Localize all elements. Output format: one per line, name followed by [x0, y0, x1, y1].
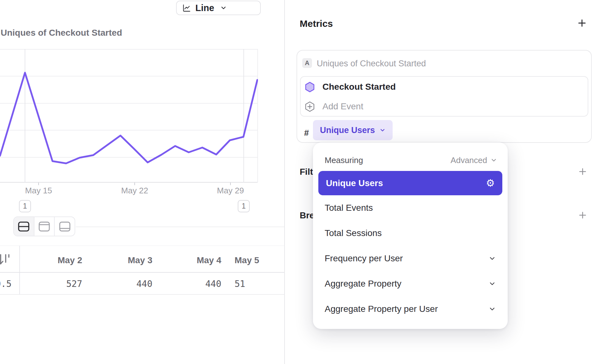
annotation-badge[interactable]: 1 — [238, 200, 250, 212]
analytics-app: Line Uniques of Checkout Started May 15 … — [0, 0, 600, 364]
table-cell: 51 — [235, 279, 291, 289]
selected-item-label: Unique Users — [326, 178, 486, 188]
chevron-down-icon — [488, 305, 496, 313]
menu-item-aggregate-property[interactable]: Aggregate Property — [318, 271, 502, 296]
measure-hash-symbol: # — [304, 128, 309, 138]
table-top-icon — [39, 221, 50, 232]
annotation-badge[interactable]: 1 — [19, 200, 31, 212]
sort-descending-icon[interactable] — [0, 253, 11, 266]
x-tick-label: May 22 — [116, 186, 154, 196]
plus-icon — [578, 167, 587, 176]
chevron-down-icon — [488, 280, 496, 288]
table-cell: 440 — [95, 279, 152, 289]
add-filter-button[interactable] — [577, 166, 588, 177]
menu-item-unique-users-selected[interactable]: Unique Users ⚙ — [318, 171, 502, 195]
layout-table-top-button[interactable] — [34, 217, 54, 236]
gear-icon[interactable]: ⚙ — [486, 178, 495, 188]
layout-table-bottom-button[interactable] — [54, 217, 75, 236]
add-event-hexagon-plus-icon — [305, 101, 315, 112]
measurement-dropdown-chip[interactable]: Unique Users — [313, 120, 393, 140]
chevron-down-icon — [488, 255, 496, 262]
add-metric-button[interactable] — [577, 18, 587, 28]
event-row[interactable]: Checkout Started — [305, 77, 396, 97]
chevron-down-icon — [220, 4, 227, 11]
plus-icon — [577, 18, 587, 28]
popover-header: Measuring Advanced — [318, 154, 502, 167]
menu-item-aggregate-property-per-user[interactable]: Aggregate Property per User — [318, 296, 502, 322]
x-tick-label: May 15 — [20, 186, 58, 196]
event-name: Checkout Started — [322, 82, 396, 92]
table-cell: 440 — [164, 279, 221, 289]
chevron-down-icon[interactable] — [490, 157, 497, 164]
metrics-heading: Metrics — [300, 18, 333, 29]
x-tick — [38, 183, 39, 185]
event-card: Checkout Started Add Event — [300, 76, 588, 117]
table-header-cell[interactable]: May 4 — [164, 255, 221, 265]
divider — [76, 227, 285, 227]
advanced-mode-label[interactable]: Advanced — [450, 155, 487, 165]
menu-item-total-sessions[interactable]: Total Sessions — [318, 221, 502, 246]
menu-item-total-events[interactable]: Total Events — [318, 195, 502, 221]
plus-icon — [578, 211, 587, 220]
event-hexagon-icon — [305, 82, 315, 93]
metric-name: Uniques of Checkout Started — [317, 59, 426, 69]
add-event-label: Add Event — [322, 101, 363, 112]
line-chart-icon — [182, 4, 191, 12]
metric-card[interactable]: A Uniques of Checkout Started Checkout S… — [297, 50, 592, 143]
line-series — [0, 49, 258, 183]
split-view-icon — [18, 221, 29, 232]
x-tick — [134, 183, 135, 185]
table-bottom-icon — [59, 221, 70, 232]
x-tick — [230, 183, 231, 185]
table-row-border — [0, 294, 285, 295]
chart-type-label: Line — [195, 3, 214, 13]
measuring-label: Measuring — [325, 155, 363, 165]
panel-divider — [284, 0, 285, 364]
layout-split-button[interactable] — [14, 217, 34, 236]
chevron-down-icon — [379, 127, 386, 133]
table-header-cell[interactable]: May 2 — [25, 255, 82, 265]
table-header-cell[interactable]: May 3 — [95, 255, 152, 265]
add-breakdown-button[interactable] — [577, 210, 588, 221]
metric-letter-badge: A — [302, 58, 312, 68]
measuring-popover: Measuring Advanced Unique Users ⚙ Total … — [313, 143, 508, 329]
chart-title: Uniques of Checkout Started — [1, 28, 122, 38]
menu-item-frequency-per-user[interactable]: Frequency per User — [318, 246, 502, 271]
table-header-underline — [0, 272, 285, 273]
x-tick-label: May 29 — [211, 186, 249, 196]
table-top-border — [0, 246, 285, 246]
table-header-cell[interactable]: May 5 — [235, 255, 291, 265]
layout-toggle — [13, 216, 75, 236]
table-cell: 527 — [25, 279, 82, 289]
table-cell: 0.5 — [0, 279, 18, 289]
chart-type-button[interactable]: Line — [176, 1, 261, 15]
add-event-row[interactable]: Add Event — [305, 96, 363, 117]
table-column-divider — [19, 246, 20, 294]
measurement-chip-label: Unique Users — [320, 125, 375, 135]
